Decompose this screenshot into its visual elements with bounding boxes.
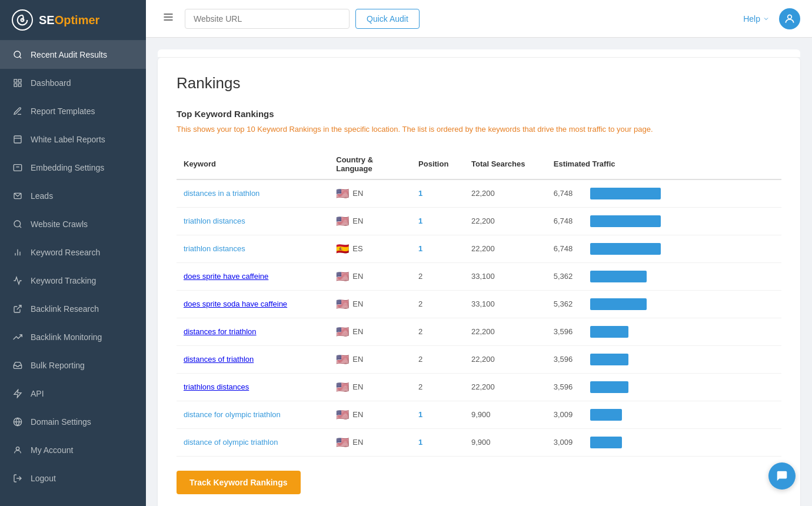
backlink-research-icon xyxy=(12,303,24,315)
cell-keyword: does sprite soda have caffeine xyxy=(177,290,329,318)
keyword-link[interactable]: distance for olympic triathlon xyxy=(184,410,281,419)
keyword-link[interactable]: distance of olympic triathlon xyxy=(184,438,278,447)
my-account-icon xyxy=(12,444,24,456)
cell-keyword: distances for triathlon xyxy=(177,318,329,345)
cell-country: 🇺🇸 EN xyxy=(329,179,411,208)
sidebar-item-keyword-research[interactable]: Keyword Research xyxy=(0,238,146,267)
cell-country: 🇺🇸 EN xyxy=(329,428,411,456)
report-templates-icon xyxy=(12,105,24,117)
bulk-reporting-icon xyxy=(12,359,24,371)
svg-point-12 xyxy=(14,221,21,227)
cell-position: 1 xyxy=(411,428,464,456)
embed-icon xyxy=(12,162,24,174)
cell-total-searches: 33,100 xyxy=(464,262,547,290)
cell-keyword: distances of triathlon xyxy=(177,345,329,373)
cell-estimated-traffic: 5,362 xyxy=(547,290,781,318)
cell-country: 🇺🇸 EN xyxy=(329,401,411,428)
user-avatar[interactable] xyxy=(779,8,800,29)
traffic-bar xyxy=(590,188,661,199)
svg-rect-6 xyxy=(18,84,21,86)
flag-icon: 🇺🇸 xyxy=(336,408,349,421)
svg-point-26 xyxy=(788,15,792,19)
cell-keyword: distance for olympic triathlon xyxy=(177,401,329,428)
cell-position: 1 xyxy=(411,179,464,208)
traffic-bar-container xyxy=(590,381,628,393)
position-value: 2 xyxy=(418,355,422,364)
sidebar-item-backlink-monitoring[interactable]: Backlink Monitoring xyxy=(0,323,146,351)
keyword-tracking-icon xyxy=(12,275,24,287)
table-row: does sprite have caffeine 🇺🇸 EN 2 33,100… xyxy=(177,262,781,290)
sidebar-label-leads: Leads xyxy=(31,191,53,201)
traffic-bar xyxy=(590,437,622,448)
main-area: Quick Audit Help Rankings Top Keyword xyxy=(146,0,812,506)
sidebar-item-embedding-settings[interactable]: Embedding Settings xyxy=(0,154,146,182)
keyword-link[interactable]: triathlon distances xyxy=(184,217,245,225)
svg-line-2 xyxy=(19,56,21,58)
content-area: Rankings Top Keyword Rankings This shows… xyxy=(146,38,812,506)
crawl-icon xyxy=(12,218,24,230)
sidebar-item-backlink-research[interactable]: Backlink Research xyxy=(0,295,146,323)
sidebar-item-my-account[interactable]: My Account xyxy=(0,436,146,464)
table-row: triathlons distances 🇺🇸 EN 2 22,200 3,59… xyxy=(177,373,781,401)
cell-keyword: triathlons distances xyxy=(177,373,329,401)
keyword-link[interactable]: triathlons distances xyxy=(184,382,249,391)
keyword-link[interactable]: distances in a triathlon xyxy=(184,189,259,198)
keyword-link[interactable]: distances for triathlon xyxy=(184,327,257,336)
backlink-monitoring-icon xyxy=(12,331,24,343)
cell-position: 1 xyxy=(411,235,464,262)
quick-audit-button[interactable]: Quick Audit xyxy=(355,9,420,29)
topbar: Quick Audit Help xyxy=(146,0,812,38)
keyword-link[interactable]: does sprite have caffeine xyxy=(184,272,268,281)
sidebar-item-keyword-tracking[interactable]: Keyword Tracking xyxy=(0,267,146,295)
keyword-link[interactable]: does sprite soda have caffeine xyxy=(184,299,287,308)
page-title: Rankings xyxy=(177,74,781,92)
sidebar-item-leads[interactable]: Leads xyxy=(0,182,146,210)
sidebar-item-logout[interactable]: Logout xyxy=(0,464,146,492)
traffic-value: 3,596 xyxy=(554,327,583,336)
keyword-link[interactable]: distances of triathlon xyxy=(184,355,254,364)
traffic-bar-container xyxy=(590,188,661,199)
cell-country: 🇺🇸 EN xyxy=(329,262,411,290)
sidebar-item-recent-audit[interactable]: Recent Audit Results xyxy=(0,41,146,69)
traffic-bar-container xyxy=(590,215,661,227)
flag-icon: 🇺🇸 xyxy=(336,215,349,228)
flag-icon: 🇺🇸 xyxy=(336,325,349,338)
table-row: distance of olympic triathlon 🇺🇸 EN 1 9,… xyxy=(177,428,781,456)
position-value: 2 xyxy=(418,382,422,391)
chat-bubble[interactable] xyxy=(768,462,796,490)
flag-icon: 🇺🇸 xyxy=(336,298,349,311)
cell-estimated-traffic: 3,596 xyxy=(547,318,781,345)
track-keyword-rankings-button[interactable]: Track Keyword Rankings xyxy=(177,471,301,494)
hamburger-button[interactable] xyxy=(158,6,179,31)
sidebar-item-bulk-reporting[interactable]: Bulk Reporting xyxy=(0,351,146,380)
cell-total-searches: 22,200 xyxy=(464,235,547,262)
sidebar-label-my-account: My Account xyxy=(31,445,73,455)
traffic-bar-container xyxy=(590,271,647,282)
sidebar-item-website-crawls[interactable]: Website Crawls xyxy=(0,210,146,238)
position-value: 1 xyxy=(418,410,422,419)
cell-estimated-traffic: 3,596 xyxy=(547,373,781,401)
traffic-bar-container xyxy=(590,409,622,421)
table-row: triathlon distances 🇪🇸 ES 1 22,200 6,748 xyxy=(177,235,781,262)
keyword-link[interactable]: triathlon distances xyxy=(184,244,245,253)
sidebar-item-dashboard[interactable]: Dashboard xyxy=(0,69,146,97)
sidebar-item-domain-settings[interactable]: Domain Settings xyxy=(0,408,146,436)
leads-icon xyxy=(12,190,24,202)
svg-marker-18 xyxy=(14,390,21,397)
logo: SEOptimer xyxy=(0,0,146,41)
language-code: EN xyxy=(352,410,363,419)
language-code: EN xyxy=(352,272,363,281)
svg-rect-3 xyxy=(14,79,17,82)
sidebar-item-report-templates[interactable]: Report Templates xyxy=(0,97,146,125)
cell-country: 🇺🇸 EN xyxy=(329,290,411,318)
sidebar-label-dashboard: Dashboard xyxy=(31,78,71,88)
sidebar-item-api[interactable]: API xyxy=(0,380,146,408)
help-button[interactable]: Help xyxy=(743,14,770,24)
table-row: distances of triathlon 🇺🇸 EN 2 22,200 3,… xyxy=(177,345,781,373)
traffic-bar xyxy=(590,381,628,393)
url-input[interactable] xyxy=(185,9,350,29)
sidebar-item-white-label-reports[interactable]: White Label Reports xyxy=(0,125,146,154)
cell-position: 2 xyxy=(411,345,464,373)
cell-position: 2 xyxy=(411,290,464,318)
sidebar-label-embedding-settings: Embedding Settings xyxy=(31,163,104,172)
